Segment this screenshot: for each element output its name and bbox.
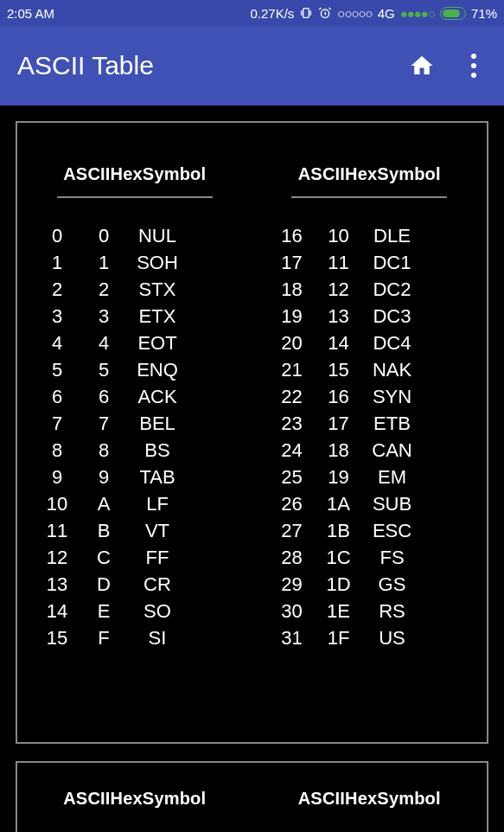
cell-ascii: 5	[33, 356, 81, 383]
overflow-menu-button[interactable]	[461, 53, 487, 79]
cell-symbol: FF	[126, 544, 188, 571]
cell-symbol: FS	[361, 544, 424, 571]
ascii-panel-1: ASCIIHexSymbol 00NUL11SOH22STX33ETX44EOT…	[16, 121, 488, 744]
cell-hex: 15	[316, 356, 361, 383]
table-row: 1711DC1	[268, 249, 472, 276]
cell-symbol: STX	[126, 276, 188, 303]
cell-hex: 0	[81, 222, 126, 249]
cell-hex: 1E	[316, 598, 361, 624]
cell-symbol: ACK	[126, 383, 188, 410]
app-bar: ASCII Table	[0, 26, 504, 106]
table-row: 77BEL	[33, 410, 237, 437]
table-header: ASCIIHexSymbol	[33, 164, 237, 184]
table-row: 11SOH	[33, 249, 237, 276]
table-row: 301ERS	[268, 598, 472, 624]
header-ascii: ASCII	[63, 789, 110, 809]
table-header: ASCIIHexSymbol	[268, 789, 472, 809]
cell-symbol: TAB	[126, 464, 188, 490]
table-row: 10ALF	[33, 490, 237, 517]
page-title: ASCII Table	[17, 51, 409, 80]
more-vert-icon	[471, 54, 476, 78]
cell-hex: 1D	[316, 571, 361, 598]
header-symbol: Symbol	[143, 164, 206, 184]
cell-ascii: 15	[33, 624, 81, 651]
cell-symbol: US	[361, 624, 424, 651]
svg-rect-0	[303, 9, 309, 18]
cell-hex: 18	[316, 437, 361, 464]
cell-hex: 3	[81, 303, 126, 330]
content-area: ASCIIHexSymbol 00NUL11SOH22STX33ETX44EOT…	[0, 106, 504, 832]
cell-ascii: 30	[268, 598, 316, 624]
table-row: 2519EM	[268, 464, 472, 490]
cell-ascii: 31	[268, 624, 316, 651]
cell-hex: 7	[81, 410, 126, 437]
network-label: 4G	[378, 6, 395, 21]
cell-symbol: NUL	[126, 222, 188, 249]
cell-symbol: SO	[126, 598, 188, 624]
cell-ascii: 29	[268, 571, 316, 598]
header-symbol: Symbol	[377, 164, 440, 184]
cell-symbol: GS	[361, 571, 424, 598]
status-time: 2:05 AM	[7, 6, 54, 21]
cell-ascii: 20	[268, 330, 316, 356]
cell-hex: F	[81, 624, 126, 651]
cell-hex: 4	[81, 330, 126, 356]
vibrate-icon	[299, 6, 313, 20]
header-ascii: ASCII	[298, 789, 345, 809]
ascii-panel-2: ASCIIHexSymbol ASCIIHexSymbol	[16, 761, 488, 832]
cell-hex: 14	[316, 330, 361, 356]
table-row: 2014DC4	[268, 330, 472, 356]
table-row: 1610DLE	[268, 222, 472, 249]
table-row: 2418CAN	[268, 437, 472, 464]
cell-symbol: VT	[126, 517, 188, 544]
cell-symbol: RS	[361, 598, 424, 624]
home-icon	[409, 52, 435, 80]
table-row: 99TAB	[33, 464, 237, 490]
cell-ascii: 9	[33, 464, 81, 490]
cell-hex: 16	[316, 383, 361, 410]
cell-hex: 1F	[316, 624, 361, 651]
signal-icon: ○○○○○	[337, 6, 372, 21]
header-hex: Hex	[345, 164, 377, 184]
table-row: 2115NAK	[268, 356, 472, 383]
table-row: 44EOT	[33, 330, 237, 356]
cell-hex: 6	[81, 383, 126, 410]
cell-symbol: ETX	[126, 303, 188, 330]
table-row: 00NUL	[33, 222, 237, 249]
table-row: 55ENQ	[33, 356, 237, 383]
cell-symbol: EM	[361, 464, 424, 490]
table-left: ASCIIHexSymbol 00NUL11SOH22STX33ETX44EOT…	[17, 123, 252, 742]
table-row: 12CFF	[33, 544, 237, 571]
cell-ascii: 3	[33, 303, 81, 330]
cell-ascii: 21	[268, 356, 316, 383]
header-hex: Hex	[111, 789, 143, 809]
cell-hex: 11	[316, 249, 361, 276]
cell-ascii: 19	[268, 303, 316, 330]
cell-hex: 1B	[316, 517, 361, 544]
status-speed: 0.27K/s	[250, 6, 294, 21]
cell-ascii: 23	[268, 410, 316, 437]
cell-hex: 10	[316, 222, 361, 249]
cell-ascii: 26	[268, 490, 316, 517]
cell-symbol: NAK	[361, 356, 424, 383]
cell-hex: 19	[316, 464, 361, 490]
cell-ascii: 2	[33, 276, 81, 303]
cell-ascii: 24	[268, 437, 316, 464]
cell-symbol: EOT	[126, 330, 188, 356]
table-left-2: ASCIIHexSymbol	[17, 763, 252, 832]
header-symbol: Symbol	[143, 789, 206, 809]
table-row: 11BVT	[33, 517, 237, 544]
cell-ascii: 18	[268, 276, 316, 303]
table-row: 261ASUB	[268, 490, 472, 517]
status-bar: 2:05 AM 0.27K/s ○○○○○ 4G ●●●●○ 71%	[0, 0, 504, 26]
cell-ascii: 27	[268, 517, 316, 544]
cell-ascii: 12	[33, 544, 81, 571]
table-row: 281CFS	[268, 544, 472, 571]
header-ascii: ASCII	[63, 164, 110, 184]
table-row: 1812DC2	[268, 276, 472, 303]
cell-symbol: ENQ	[126, 356, 188, 383]
cell-symbol: LF	[126, 490, 188, 517]
table-row: 13DCR	[33, 571, 237, 598]
cell-hex: 12	[316, 276, 361, 303]
home-button[interactable]	[409, 53, 435, 79]
